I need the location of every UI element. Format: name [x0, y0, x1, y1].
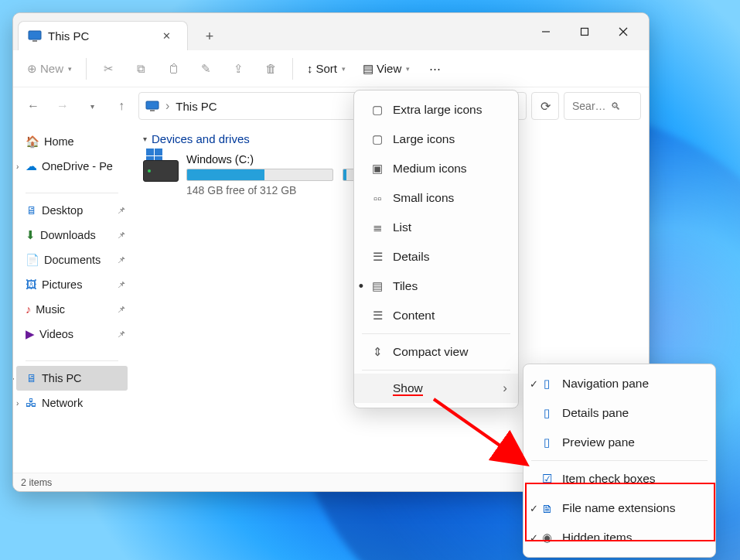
sidebar-item-label: Documents	[44, 254, 101, 266]
breadcrumb-sep: ›	[165, 99, 169, 113]
menu-label: Content	[393, 309, 435, 323]
expand-caret-icon[interactable]: ›	[16, 162, 19, 171]
menu-large-icons[interactable]: ▢ Large icons	[354, 125, 518, 154]
view-label: View	[377, 62, 401, 75]
ellipsis-icon: ⋯	[429, 62, 441, 76]
cut-button[interactable]: ✂	[94, 55, 122, 83]
clipboard-icon: 📋︎	[168, 62, 179, 75]
menu-file-name-extensions[interactable]: ✓ 🗎 File name extensions	[523, 493, 715, 523]
svg-rect-9	[155, 149, 162, 155]
cloud-icon: ☁	[26, 160, 37, 172]
rename-button[interactable]: ✎	[192, 55, 220, 83]
pin-icon: 📌︎	[117, 304, 126, 315]
menu-show[interactable]: Show	[354, 374, 518, 403]
separator	[292, 58, 293, 80]
back-button[interactable]: ←	[21, 94, 46, 118]
menu-label: Tiles	[393, 279, 418, 293]
delete-button[interactable]: 🗑︎	[257, 55, 285, 83]
recent-button[interactable]: ▾	[80, 94, 104, 118]
menu-label: Item check boxes	[562, 472, 656, 486]
menu-details[interactable]: ☰ Details	[354, 242, 518, 271]
window-controls	[527, 13, 643, 50]
sort-menu-button[interactable]: ↕ Sort ▾	[301, 55, 352, 83]
menu-navigation-pane[interactable]: ✓ ▯ Navigation pane	[523, 369, 715, 398]
up-button[interactable]: ↑	[109, 94, 134, 118]
menu-list[interactable]: ≣ List	[354, 213, 518, 242]
drive-c[interactable]: Windows (C:) 148 GB free of 312 GB	[143, 153, 333, 196]
breadcrumb-label[interactable]: This PC	[176, 100, 217, 113]
more-button[interactable]: ⋯	[421, 55, 448, 83]
svg-rect-8	[146, 149, 154, 155]
share-icon: ⇪	[234, 62, 244, 76]
search-input[interactable]: Sear… 🔍︎	[564, 92, 641, 120]
content-icon: ☰	[368, 309, 387, 323]
paste-button[interactable]: 📋︎	[159, 55, 187, 83]
pc-icon	[145, 101, 159, 111]
expand-caret-icon[interactable]: ›	[13, 374, 14, 383]
minimize-button[interactable]	[527, 19, 565, 44]
desktop-icon: 🖥︎	[26, 204, 37, 217]
share-button[interactable]: ⇪	[224, 55, 252, 83]
sidebar-item-documents[interactable]: 📄 Documents 📌︎	[13, 248, 131, 272]
menu-label: Details pane	[562, 406, 629, 420]
maximize-button[interactable]	[565, 19, 604, 44]
menu-content[interactable]: ☰ Content	[354, 301, 518, 330]
view-menu-button[interactable]: ▤ View ▾	[356, 55, 416, 83]
drive-icon	[143, 153, 179, 189]
sidebar-item-music[interactable]: ♪ Music 📌︎	[13, 297, 131, 322]
sidebar-item-this-pc[interactable]: › 🖥︎ This PC	[16, 366, 128, 391]
menu-label: File name extensions	[562, 501, 675, 515]
search-icon: 🔍︎	[611, 101, 621, 112]
sidebar-item-downloads[interactable]: ⬇ Downloads 📌︎	[13, 223, 131, 248]
copy-button[interactable]: ⧉	[127, 55, 155, 83]
sort-icon: ↕	[307, 62, 313, 75]
menu-compact-view[interactable]: ⇕ Compact view	[354, 337, 518, 367]
sidebar-item-pictures[interactable]: 🖼︎ Pictures 📌︎	[13, 272, 131, 297]
menu-item-check-boxes[interactable]: ☑ Item check boxes	[523, 464, 715, 493]
refresh-button[interactable]: ⟳	[531, 92, 559, 120]
svg-rect-7	[150, 110, 155, 111]
new-tab-button[interactable]: +	[196, 22, 223, 50]
large-icons-icon: ▢	[368, 132, 387, 146]
list-icon: ≣	[368, 220, 387, 234]
menu-label: Preview pane	[562, 435, 635, 449]
sidebar-item-desktop[interactable]: 🖥︎ Desktop 📌︎	[13, 198, 131, 223]
eye-icon: ◉	[537, 531, 556, 545]
menu-separator	[531, 460, 708, 461]
menu-extra-large-icons[interactable]: ▢ Extra large icons	[354, 95, 518, 125]
forward-button[interactable]: →	[50, 94, 75, 118]
menu-tiles[interactable]: • ▤ Tiles	[354, 271, 518, 301]
new-menu-button[interactable]: ⊕ New ▾	[21, 55, 78, 83]
chevron-down-icon: ▾	[342, 65, 346, 73]
trash-icon: 🗑︎	[265, 62, 277, 75]
tiles-icon: ▤	[368, 279, 387, 293]
sidebar-item-label: Desktop	[42, 204, 83, 217]
menu-medium-icons[interactable]: ▣ Medium icons	[354, 154, 518, 183]
hdd-icon	[143, 160, 179, 182]
sidebar-item-label: OneDrive - Pe	[42, 160, 113, 172]
tabbar: This PC ✕ +	[13, 13, 649, 50]
tab-this-pc[interactable]: This PC ✕	[18, 21, 188, 50]
menu-preview-pane[interactable]: ▯ Preview pane	[523, 428, 715, 457]
drive-info: Windows (C:) 148 GB free of 312 GB	[186, 153, 333, 196]
pc-icon: 🖥︎	[26, 372, 37, 384]
menu-details-pane[interactable]: ▯ Details pane	[523, 398, 715, 428]
menu-label: Extra large icons	[393, 103, 482, 117]
home-icon: 🏠	[26, 135, 39, 149]
expand-caret-icon[interactable]: ›	[16, 399, 19, 408]
tab-close-button[interactable]: ✕	[158, 28, 175, 45]
sidebar-item-home[interactable]: 🏠 Home	[13, 129, 131, 154]
sidebar-item-onedrive[interactable]: › ☁ OneDrive - Pe	[13, 154, 131, 179]
pc-icon	[28, 30, 42, 43]
menu-small-icons[interactable]: ▫▫ Small icons	[354, 183, 518, 213]
menu-label: Navigation pane	[562, 377, 649, 391]
close-button[interactable]	[604, 19, 643, 44]
menu-hidden-items[interactable]: ✓ ◉ Hidden items	[523, 523, 715, 552]
drive-usage-fill	[187, 169, 264, 180]
medium-icons-icon: ▣	[368, 162, 387, 176]
documents-icon: 📄	[26, 254, 39, 267]
videos-icon: ▶	[26, 328, 35, 340]
sidebar-item-videos[interactable]: ▶ Videos 📌︎	[13, 322, 131, 347]
sidebar-item-network[interactable]: › 🖧 Network	[13, 391, 131, 415]
extra-large-icons-icon: ▢	[368, 103, 387, 117]
